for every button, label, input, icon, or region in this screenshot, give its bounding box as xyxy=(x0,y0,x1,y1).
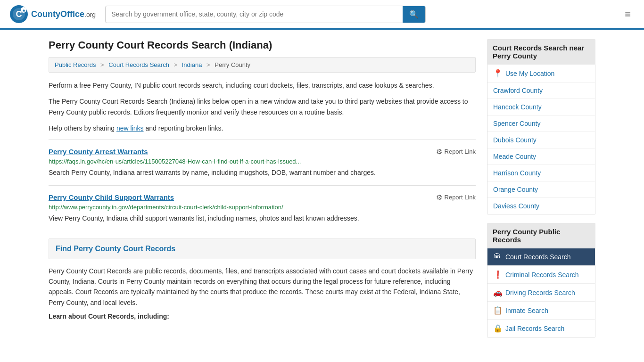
logo-name: CountyOffice.org xyxy=(31,9,96,19)
sidebar-near-item-4[interactable]: Meade County xyxy=(487,148,595,165)
sidebar-near-item-6[interactable]: Orange County xyxy=(487,181,595,198)
breadcrumb-sep-2: > xyxy=(174,61,178,68)
menu-button[interactable]: ≡ xyxy=(621,6,635,22)
sidebar-icon-0: 🏛 xyxy=(493,253,502,261)
sidebar-near-label-6: Orange County xyxy=(493,186,538,193)
sidebar: Court Records Search near Perry County 📍… xyxy=(487,39,595,346)
report-label-1: Report Link xyxy=(445,194,476,201)
sidebar-icon-3: 📋 xyxy=(493,306,502,315)
desc-text-3: Help others by sharing new links and rep… xyxy=(49,123,476,133)
desc3-before: Help others by sharing xyxy=(49,124,115,132)
record-desc-0: Search Perry County, Indiana arrest warr… xyxy=(49,168,476,178)
sidebar-near-item-5[interactable]: Harrison County xyxy=(487,165,595,181)
record-url-0[interactable]: https://faqs.in.gov/hc/en-us/articles/11… xyxy=(49,158,476,165)
report-link-1[interactable]: ⚙ Report Link xyxy=(436,193,476,202)
desc-text-1: Perform a free Perry County, IN public c… xyxy=(49,80,476,90)
record-title-1[interactable]: Perry County Child Support Warrants xyxy=(49,193,174,201)
sidebar-near-label-0: Crawford County xyxy=(493,87,543,94)
sidebar-near-item-3[interactable]: Dubois County xyxy=(487,132,595,148)
sidebar-near-item-0[interactable]: Crawford County xyxy=(487,82,595,99)
sidebar-public-item-4[interactable]: 🔒 Jail Records Search xyxy=(487,320,595,337)
sidebar-public-label-3: Inmate Search xyxy=(505,307,548,314)
sidebar-public-item-1[interactable]: ❗ Criminal Records Search xyxy=(487,266,595,284)
desc3-after: and reporting broken links. xyxy=(145,124,223,132)
sidebar-public-title: Perry County Public Records xyxy=(487,223,595,248)
record-desc-1: View Perry County, Indiana child support… xyxy=(49,214,476,223)
record-title-row-0: Perry County Arrest Warrants ⚙ Report Li… xyxy=(49,148,476,156)
desc-text-2: The Perry County Court Records Search (I… xyxy=(49,96,476,117)
record-title-0[interactable]: Perry County Arrest Warrants xyxy=(49,148,148,156)
sidebar-public-label-4: Jail Records Search xyxy=(505,325,564,332)
search-button[interactable]: 🔍 xyxy=(403,6,425,23)
search-icon: 🔍 xyxy=(409,10,419,18)
sidebar-public-list: 🏛 Court Records Search ❗ Criminal Record… xyxy=(487,248,595,337)
find-section-body: Perry County Court Records are public re… xyxy=(49,266,476,308)
report-label-0: Report Link xyxy=(445,148,476,155)
breadcrumb-sep-3: > xyxy=(206,61,210,68)
learn-title: Learn about Court Records, including: xyxy=(49,313,476,320)
sidebar-public-label-2: Driving Records Search xyxy=(505,289,575,296)
sidebar-use-location[interactable]: 📍 Use My Location xyxy=(487,65,595,82)
sidebar-near-label-3: Dubois County xyxy=(493,136,537,144)
record-entry-1: Perry County Child Support Warrants ⚙ Re… xyxy=(49,185,476,229)
sidebar-public-item-2[interactable]: 🚗 Driving Records Search xyxy=(487,284,595,302)
find-section-title: Find Perry County Court Records xyxy=(56,245,175,253)
report-icon-1: ⚙ xyxy=(436,193,442,202)
use-location-label: Use My Location xyxy=(505,70,554,77)
sidebar-public-label-1: Criminal Records Search xyxy=(505,271,579,279)
sidebar-icon-4: 🔒 xyxy=(493,324,502,333)
new-links-link[interactable]: new links xyxy=(116,124,144,132)
sidebar-near-label-5: Harrison County xyxy=(493,169,541,177)
logo-suffix: .org xyxy=(84,11,96,18)
logo-label: CountyOffice.org xyxy=(31,9,96,19)
sidebar-near-label-7: Daviess County xyxy=(493,202,539,210)
search-bar: 🔍 xyxy=(105,6,426,23)
sidebar-near-item-7[interactable]: Daviess County xyxy=(487,198,595,214)
report-link-0[interactable]: ⚙ Report Link xyxy=(436,148,476,156)
svg-text:★: ★ xyxy=(22,8,26,13)
main-layout: Perry County Court Records Search (India… xyxy=(39,30,605,346)
logo-name-text: CountyOffice xyxy=(31,9,84,19)
sidebar-public-label-0: Court Records Search xyxy=(505,253,571,261)
logo-icon: C ★ xyxy=(9,5,28,24)
record-entry-0: Perry County Arrest Warrants ⚙ Report Li… xyxy=(49,140,476,183)
sidebar-icon-1: ❗ xyxy=(493,270,502,279)
record-url-1[interactable]: http://www.perrycounty.in.gov/department… xyxy=(49,204,476,211)
header: C ★ CountyOffice.org 🔍 ≡ xyxy=(0,0,644,30)
sidebar-near-item-2[interactable]: Spencer County xyxy=(487,115,595,132)
content-area: Perry County Court Records Search (India… xyxy=(49,39,476,346)
page-title: Perry County Court Records Search (India… xyxy=(49,39,476,51)
breadcrumb-sep-1: > xyxy=(100,61,104,68)
sidebar-near-item-1[interactable]: Hancock County xyxy=(487,99,595,115)
sidebar-near-label-4: Meade County xyxy=(493,153,536,160)
find-section-box: Find Perry County Court Records xyxy=(49,239,476,259)
breadcrumb: Public Records > Court Records Search > … xyxy=(49,57,476,73)
sidebar-near-title: Court Records Search near Perry County xyxy=(487,39,595,65)
breadcrumb-current: Perry County xyxy=(215,61,250,68)
search-input[interactable] xyxy=(106,7,403,22)
sidebar-public-item-3[interactable]: 📋 Inmate Search xyxy=(487,302,595,320)
sidebar-near-list: 📍 Use My Location Crawford County Hancoc… xyxy=(487,65,595,214)
sidebar-public-item-0[interactable]: 🏛 Court Records Search xyxy=(487,248,595,266)
report-icon-0: ⚙ xyxy=(436,148,442,156)
sidebar-near-label-2: Spencer County xyxy=(493,120,540,127)
sidebar-near-label-1: Hancock County xyxy=(493,103,542,111)
menu-icon: ≡ xyxy=(625,8,631,20)
breadcrumb-indiana[interactable]: Indiana xyxy=(182,61,202,68)
breadcrumb-court-records[interactable]: Court Records Search xyxy=(108,61,169,68)
record-title-row-1: Perry County Child Support Warrants ⚙ Re… xyxy=(49,193,476,202)
breadcrumb-public-records[interactable]: Public Records xyxy=(55,61,96,68)
logo[interactable]: C ★ CountyOffice.org xyxy=(9,5,96,24)
pin-icon: 📍 xyxy=(493,69,503,78)
sidebar-icon-2: 🚗 xyxy=(493,288,502,297)
